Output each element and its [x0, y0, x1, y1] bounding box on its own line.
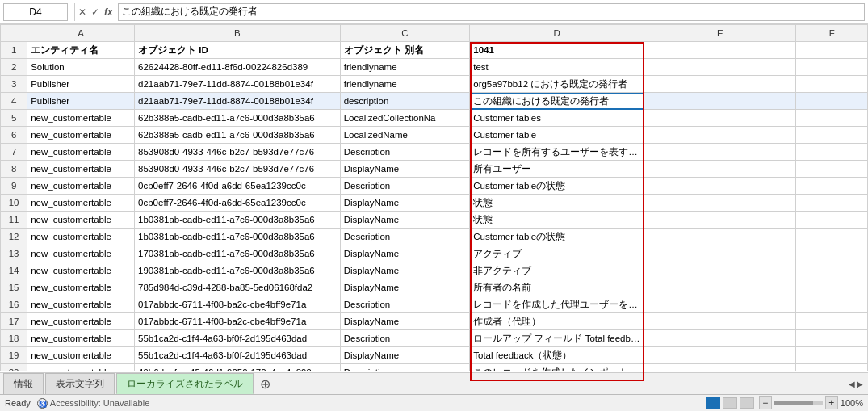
- cell-E17[interactable]: [644, 313, 796, 330]
- cell-F10[interactable]: [796, 195, 868, 212]
- cell-B3[interactable]: d21aab71-79e7-11dd-8874-00188b01e34f: [135, 76, 341, 93]
- cell-E14[interactable]: [644, 262, 796, 279]
- cell-C17[interactable]: DisplayName: [340, 313, 470, 330]
- cell-B10[interactable]: 0cb0eff7-2646-4f0d-a6dd-65ea1239cc0c: [135, 195, 341, 212]
- cell-F11[interactable]: [796, 212, 868, 229]
- cell-B8[interactable]: 853908d0-4933-446c-b2c7-b593d7e77c76: [135, 161, 341, 178]
- cell-D4[interactable]: この組織における既定の発行者: [470, 93, 644, 110]
- cell-F17[interactable]: [796, 313, 868, 330]
- cell-F4[interactable]: [796, 93, 868, 110]
- fx-icon[interactable]: fx: [104, 6, 113, 18]
- formula-input[interactable]: [118, 3, 865, 21]
- cell-D18[interactable]: ロールアップ フィールド Total feedback の状態です。: [470, 330, 644, 347]
- cell-C1[interactable]: オブジェクト 別名: [340, 42, 470, 59]
- cell-C15[interactable]: DisplayName: [340, 279, 470, 296]
- cell-B2[interactable]: 62624428-80ff-ed11-8f6d-00224826d389: [135, 59, 341, 76]
- cell-E3[interactable]: [644, 76, 796, 93]
- cell-D19[interactable]: Total feedback（状態）: [470, 347, 644, 364]
- cell-A10[interactable]: new_customertable: [27, 195, 135, 212]
- cell-E16[interactable]: [644, 296, 796, 313]
- cell-E5[interactable]: [644, 110, 796, 127]
- cell-C13[interactable]: DisplayName: [340, 245, 470, 262]
- cell-A15[interactable]: new_customertable: [27, 279, 135, 296]
- cell-C12[interactable]: Description: [340, 229, 470, 245]
- cell-D9[interactable]: Customer tableの状態: [470, 178, 644, 195]
- cell-B20[interactable]: 49b6daef-ac45-46d1-9050-170c4ca4e899: [135, 364, 341, 372]
- col-header-C[interactable]: C: [340, 25, 470, 42]
- confirm-icon[interactable]: ✓: [91, 6, 99, 18]
- cell-A20[interactable]: new_customertable: [27, 364, 135, 372]
- cell-C3[interactable]: friendlyname: [340, 76, 470, 93]
- cell-D15[interactable]: 所有者の名前: [470, 279, 644, 296]
- cell-F6[interactable]: [796, 127, 868, 144]
- cell-D10[interactable]: 状態: [470, 195, 644, 212]
- cell-E8[interactable]: [644, 161, 796, 178]
- cell-A18[interactable]: new_customertable: [27, 330, 135, 347]
- cell-D12[interactable]: Customer tableの状態: [470, 229, 644, 245]
- cell-C18[interactable]: Description: [340, 330, 470, 347]
- cell-E13[interactable]: [644, 245, 796, 262]
- cell-F14[interactable]: [796, 262, 868, 279]
- cell-C5[interactable]: LocalizedCollectionNa: [340, 110, 470, 127]
- cell-C8[interactable]: DisplayName: [340, 161, 470, 178]
- cell-A12[interactable]: new_customertable: [27, 229, 135, 245]
- cell-D14[interactable]: 非アクティブ: [470, 262, 644, 279]
- cell-A9[interactable]: new_customertable: [27, 178, 135, 195]
- cell-F8[interactable]: [796, 161, 868, 178]
- cell-D20[interactable]: このレコードを作成したインポートのシーケンス番号です。: [470, 364, 644, 372]
- cell-C4[interactable]: description: [340, 93, 470, 110]
- cell-C7[interactable]: Description: [340, 144, 470, 161]
- cell-C10[interactable]: DisplayName: [340, 195, 470, 212]
- cell-F7[interactable]: [796, 144, 868, 161]
- cell-B1[interactable]: オブジェクト ID: [135, 42, 341, 59]
- cell-D16[interactable]: レコードを作成した代理ユーザーを表す一意識別子。: [470, 296, 644, 313]
- col-header-E[interactable]: E: [644, 25, 796, 42]
- cell-B5[interactable]: 62b388a5-cadb-ed11-a7c6-000d3a8b35a6: [135, 110, 341, 127]
- cell-B15[interactable]: 785d984d-c39d-4288-ba85-5ed06168fda2: [135, 279, 341, 296]
- cell-B7[interactable]: 853908d0-4933-446c-b2c7-b593d7e77c76: [135, 144, 341, 161]
- cell-C14[interactable]: DisplayName: [340, 262, 470, 279]
- cell-B18[interactable]: 55b1ca2d-c1f4-4a63-bf0f-2d195d463dad: [135, 330, 341, 347]
- cell-B13[interactable]: 170381ab-cadb-ed11-a7c6-000d3a8b35a6: [135, 245, 341, 262]
- cell-F3[interactable]: [796, 76, 868, 93]
- cell-E1[interactable]: [644, 42, 796, 59]
- cell-E11[interactable]: [644, 212, 796, 229]
- cell-C19[interactable]: DisplayName: [340, 347, 470, 364]
- cell-A3[interactable]: Publisher: [27, 76, 135, 93]
- cell-A11[interactable]: new_customertable: [27, 212, 135, 229]
- cell-B4[interactable]: d21aab71-79e7-11dd-8874-00188b01e34f: [135, 93, 341, 110]
- cell-E20[interactable]: [644, 364, 796, 372]
- cell-C2[interactable]: friendlyname: [340, 59, 470, 76]
- cell-B9[interactable]: 0cb0eff7-2646-4f0d-a6dd-65ea1239cc0c: [135, 178, 341, 195]
- cell-D8[interactable]: 所有ユーザー: [470, 161, 644, 178]
- cell-B19[interactable]: 55b1ca2d-c1f4-4a63-bf0f-2d195d463dad: [135, 347, 341, 364]
- cell-F5[interactable]: [796, 110, 868, 127]
- cell-reference[interactable]: D4: [3, 3, 68, 21]
- cell-A19[interactable]: new_customertable: [27, 347, 135, 364]
- cell-D7[interactable]: レコードを所有するユーザーを表す一意識別子です。: [470, 144, 644, 161]
- col-header-F[interactable]: F: [796, 25, 868, 42]
- cell-D6[interactable]: Customer table: [470, 127, 644, 144]
- cell-A14[interactable]: new_customertable: [27, 262, 135, 279]
- cell-E7[interactable]: [644, 144, 796, 161]
- cell-D5[interactable]: Customer tables: [470, 110, 644, 127]
- cell-E15[interactable]: [644, 279, 796, 296]
- cell-B14[interactable]: 190381ab-cadb-ed11-a7c6-000d3a8b35a6: [135, 262, 341, 279]
- cell-B17[interactable]: 017abbdc-6711-4f08-ba2c-cbe4bff9e71a: [135, 313, 341, 330]
- cell-B6[interactable]: 62b388a5-cadb-ed11-a7c6-000d3a8b35a6: [135, 127, 341, 144]
- cell-A16[interactable]: new_customertable: [27, 296, 135, 313]
- cell-A7[interactable]: new_customertable: [27, 144, 135, 161]
- cell-D17[interactable]: 作成者（代理）: [470, 313, 644, 330]
- cell-F20[interactable]: [796, 364, 868, 372]
- cell-A17[interactable]: new_customertable: [27, 313, 135, 330]
- cell-B12[interactable]: 1b0381ab-cadb-ed11-a7c6-000d3a8b35a6: [135, 229, 341, 245]
- cell-A13[interactable]: new_customertable: [27, 245, 135, 262]
- cell-A5[interactable]: new_customertable: [27, 110, 135, 127]
- cell-E9[interactable]: [644, 178, 796, 195]
- cell-F9[interactable]: [796, 178, 868, 195]
- cell-E19[interactable]: [644, 347, 796, 364]
- cell-E10[interactable]: [644, 195, 796, 212]
- cell-F15[interactable]: [796, 279, 868, 296]
- cell-A6[interactable]: new_customertable: [27, 127, 135, 144]
- cell-F18[interactable]: [796, 330, 868, 347]
